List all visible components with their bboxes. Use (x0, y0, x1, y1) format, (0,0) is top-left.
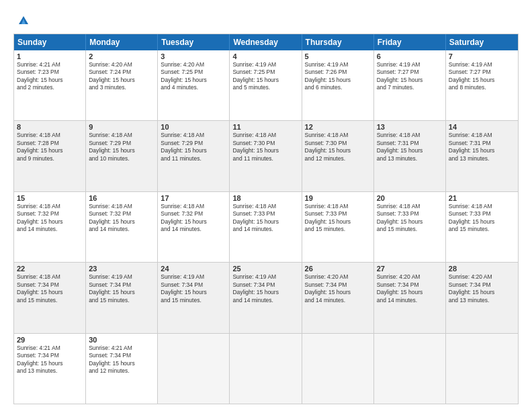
cell-info-line: and 5 minutes. (232, 84, 298, 91)
cell-info-line: and 12 minutes. (305, 155, 371, 163)
day-cell-8: 8Sunrise: 4:18 AMSunset: 7:28 PMDaylight… (14, 121, 86, 191)
cell-info-line: Sunset: 7:28 PM (17, 140, 83, 147)
day-cell-22: 22Sunrise: 4:18 AMSunset: 7:34 PMDayligh… (14, 263, 86, 332)
cell-info-line: Sunset: 7:33 PM (305, 210, 371, 218)
cell-info-line: Daylight: 15 hours (17, 218, 83, 226)
cell-info-line: Sunrise: 4:18 AM (17, 203, 83, 210)
day-number: 9 (89, 123, 154, 131)
header-day-friday: Friday (374, 34, 446, 50)
calendar-row-3: 22Sunrise: 4:18 AMSunset: 7:34 PMDayligh… (14, 262, 518, 332)
day-cell-13: 13Sunrise: 4:18 AMSunset: 7:31 PMDayligh… (374, 121, 446, 191)
day-number: 17 (161, 194, 226, 202)
header-day-saturday: Saturday (446, 34, 518, 50)
day-cell-28: 28Sunrise: 4:20 AMSunset: 7:34 PMDayligh… (446, 263, 518, 332)
cell-info-line: Sunset: 7:24 PM (89, 68, 154, 76)
cell-info-line: Sunrise: 4:18 AM (377, 203, 443, 210)
cell-info-line: Daylight: 15 hours (89, 147, 154, 154)
cell-info-line: and 4 minutes. (161, 84, 226, 91)
day-cell-11: 11Sunrise: 4:18 AMSunset: 7:30 PMDayligh… (230, 121, 302, 191)
cell-info-line: and 14 minutes. (161, 226, 226, 233)
day-number: 5 (305, 52, 371, 60)
cell-info-line: Daylight: 15 hours (449, 147, 515, 154)
day-number: 25 (232, 265, 298, 273)
day-number: 20 (377, 194, 443, 202)
day-number: 15 (17, 194, 83, 202)
cell-info-line: and 15 minutes. (17, 297, 83, 304)
cell-info-line: Sunset: 7:34 PM (449, 281, 515, 289)
header-day-sunday: Sunday (14, 34, 86, 50)
cell-info-line: Daylight: 15 hours (89, 289, 154, 296)
cell-info-line: Sunset: 7:32 PM (17, 210, 83, 218)
calendar: SundayMondayTuesdayWednesdayThursdayFrid… (13, 34, 519, 404)
empty-cell (374, 334, 446, 404)
cell-info-line: Daylight: 15 hours (17, 77, 83, 84)
day-number: 23 (89, 265, 154, 273)
cell-info-line: Daylight: 15 hours (232, 77, 298, 84)
cell-info-line: Sunset: 7:34 PM (305, 281, 371, 289)
cell-info-line: Sunrise: 4:19 AM (161, 273, 226, 281)
cell-info-line: and 14 minutes. (377, 297, 443, 304)
cell-info-line: Daylight: 15 hours (305, 289, 371, 296)
day-number: 16 (89, 194, 154, 202)
day-number: 29 (17, 336, 83, 344)
cell-info-line: and 13 minutes. (449, 297, 515, 304)
day-cell-12: 12Sunrise: 4:18 AMSunset: 7:30 PMDayligh… (302, 121, 374, 191)
cell-info-line: Sunrise: 4:19 AM (89, 273, 154, 281)
cell-info-line: Sunset: 7:25 PM (161, 68, 226, 76)
day-number: 8 (17, 123, 83, 131)
cell-info-line: and 15 minutes. (161, 297, 226, 304)
cell-info-line: Sunrise: 4:18 AM (305, 132, 371, 139)
cell-info-line: Sunset: 7:29 PM (89, 140, 154, 147)
cell-info-line: Sunset: 7:34 PM (17, 352, 83, 359)
empty-cell (446, 334, 518, 404)
day-number: 27 (377, 265, 443, 273)
day-cell-18: 18Sunrise: 4:18 AMSunset: 7:33 PMDayligh… (230, 192, 302, 262)
day-cell-19: 19Sunrise: 4:18 AMSunset: 7:33 PMDayligh… (302, 192, 374, 262)
cell-info-line: Sunset: 7:27 PM (377, 68, 443, 76)
cell-info-line: Sunset: 7:31 PM (449, 140, 515, 147)
cell-info-line: Sunrise: 4:21 AM (89, 345, 154, 352)
day-number: 11 (232, 123, 298, 131)
day-cell-25: 25Sunrise: 4:19 AMSunset: 7:34 PMDayligh… (230, 263, 302, 332)
day-number: 18 (232, 194, 298, 202)
cell-info-line: Daylight: 15 hours (377, 77, 443, 84)
day-cell-30: 30Sunrise: 4:21 AMSunset: 7:34 PMDayligh… (86, 334, 158, 404)
empty-cell (230, 334, 302, 404)
cell-info-line: and 3 minutes. (89, 84, 154, 91)
calendar-row-0: 1Sunrise: 4:21 AMSunset: 7:23 PMDaylight… (14, 50, 518, 120)
day-number: 26 (305, 265, 371, 273)
cell-info-line: Daylight: 15 hours (89, 218, 154, 226)
cell-info-line: Daylight: 15 hours (377, 218, 443, 226)
calendar-row-1: 8Sunrise: 4:18 AMSunset: 7:28 PMDaylight… (14, 120, 518, 191)
cell-info-line: Sunset: 7:29 PM (161, 140, 226, 147)
page: SundayMondayTuesdayWednesdayThursdayFrid… (0, 0, 532, 411)
day-cell-7: 7Sunrise: 4:19 AMSunset: 7:27 PMDaylight… (446, 50, 518, 120)
header-day-monday: Monday (86, 34, 158, 50)
cell-info-line: Sunset: 7:25 PM (232, 68, 298, 76)
cell-info-line: Sunrise: 4:20 AM (377, 273, 443, 281)
cell-info-line: and 13 minutes. (377, 155, 443, 163)
cell-info-line: Sunset: 7:33 PM (449, 210, 515, 218)
cell-info-line: Sunrise: 4:19 AM (449, 61, 515, 68)
day-number: 10 (161, 123, 226, 131)
cell-info-line: Sunrise: 4:18 AM (449, 132, 515, 139)
cell-info-line: and 7 minutes. (377, 84, 443, 91)
cell-info-line: Sunrise: 4:18 AM (377, 132, 443, 139)
cell-info-line: and 12 minutes. (89, 367, 154, 375)
cell-info-line: Sunset: 7:34 PM (17, 281, 83, 289)
cell-info-line: Daylight: 15 hours (161, 77, 226, 84)
cell-info-line: Sunrise: 4:18 AM (449, 203, 515, 210)
cell-info-line: Daylight: 15 hours (161, 147, 226, 154)
cell-info-line: Daylight: 15 hours (377, 289, 443, 296)
cell-info-line: and 14 minutes. (89, 226, 154, 233)
cell-info-line: and 6 minutes. (305, 84, 371, 91)
day-cell-3: 3Sunrise: 4:20 AMSunset: 7:25 PMDaylight… (158, 50, 230, 120)
cell-info-line: and 14 minutes. (232, 226, 298, 233)
day-cell-1: 1Sunrise: 4:21 AMSunset: 7:23 PMDaylight… (14, 50, 86, 120)
cell-info-line: Daylight: 15 hours (17, 289, 83, 296)
cell-info-line: Sunset: 7:33 PM (232, 210, 298, 218)
cell-info-line: Sunrise: 4:20 AM (449, 273, 515, 281)
cell-info-line: Sunset: 7:26 PM (305, 68, 371, 76)
day-cell-29: 29Sunrise: 4:21 AMSunset: 7:34 PMDayligh… (14, 334, 86, 404)
cell-info-line: Sunrise: 4:19 AM (232, 273, 298, 281)
